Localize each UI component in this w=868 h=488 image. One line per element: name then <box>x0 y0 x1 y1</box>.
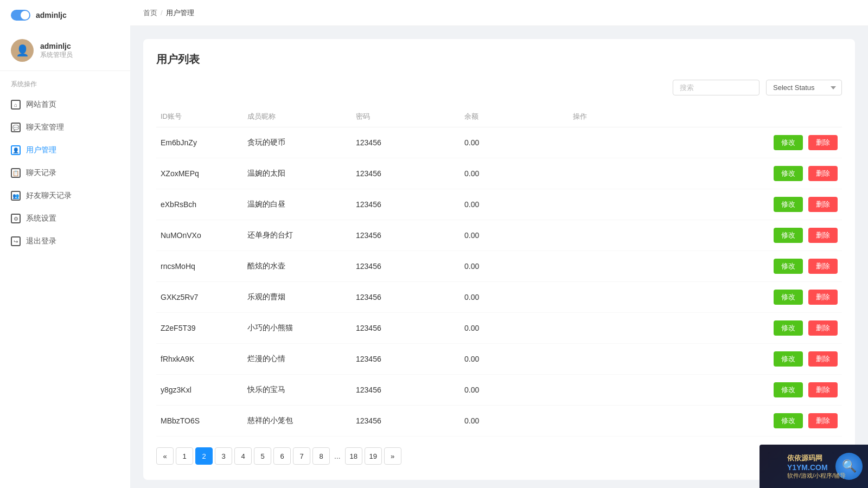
delete-button[interactable]: 删除 <box>808 135 838 150</box>
sidebar-header: adminljc <box>0 0 130 30</box>
edit-button[interactable]: 修改 <box>774 351 803 367</box>
pagination-page-8[interactable]: 8 <box>312 447 330 465</box>
pagination-page-5[interactable]: 5 <box>254 447 271 465</box>
search-input[interactable] <box>673 80 760 95</box>
content-area: 用户列表 Select Status 启用 禁用 ID账号 成员昵称 密码 <box>130 26 868 488</box>
cell-id: y8gz3Kxl <box>156 375 243 406</box>
nav-chat-log[interactable]: 📋 聊天记录 <box>0 162 130 184</box>
cell-id: XZoxMEPq <box>156 158 243 189</box>
cell-pwd: 123456 <box>352 189 460 220</box>
gear-icon: ⚙ <box>11 214 21 223</box>
edit-button[interactable]: 修改 <box>774 135 803 150</box>
nav-friend-log[interactable]: 👥 好友聊天记录 <box>0 184 130 207</box>
sidebar-admin-title: adminljc <box>36 11 67 20</box>
cell-name: 小巧的小熊猫 <box>243 313 352 344</box>
nav-chat-admin[interactable]: 💬 聊天室管理 <box>0 116 130 139</box>
cell-pwd: 123456 <box>352 344 460 375</box>
nav-user-admin[interactable]: 👤 用户管理 <box>0 139 130 162</box>
breadcrumb-sep1: / <box>161 9 163 17</box>
breadcrumb-home[interactable]: 首页 <box>143 8 157 18</box>
cell-name: 还单身的台灯 <box>243 220 352 251</box>
nav-label-chat-log: 聊天记录 <box>26 168 56 178</box>
col-header-action: 操作 <box>569 106 842 127</box>
delete-button[interactable]: 删除 <box>808 228 838 243</box>
cell-action: 修改 删除 <box>569 282 842 313</box>
pagination-page-2[interactable]: 2 <box>195 447 213 465</box>
pagination-page-4[interactable]: 4 <box>234 447 252 465</box>
cell-id: MBbzTO6S <box>156 406 243 436</box>
nav-label-website: 网站首页 <box>26 100 56 110</box>
nav-settings[interactable]: ⚙ 系统设置 <box>0 207 130 230</box>
pagination-page-19[interactable]: 19 <box>365 447 382 465</box>
nav-website[interactable]: ⌂ 网站首页 <box>0 93 130 116</box>
toggle-switch[interactable] <box>11 10 30 21</box>
delete-button[interactable]: 删除 <box>808 382 838 397</box>
cell-id: Z2eF5T39 <box>156 313 243 344</box>
table-row: Z2eF5T39 小巧的小熊猫 123456 0.00 修改 删除 <box>156 313 842 344</box>
cell-balance: 0.00 <box>460 282 569 313</box>
edit-button[interactable]: 修改 <box>774 259 803 274</box>
cell-name: 快乐的宝马 <box>243 375 352 406</box>
cell-name: 烂漫的心情 <box>243 344 352 375</box>
edit-button[interactable]: 修改 <box>774 320 803 336</box>
edit-button[interactable]: 修改 <box>774 413 803 428</box>
edit-button[interactable]: 修改 <box>774 197 803 212</box>
table-row: MBbzTO6S 慈祥的小笼包 123456 0.00 修改 删除 <box>156 406 842 436</box>
cell-balance: 0.00 <box>460 251 569 282</box>
delete-button[interactable]: 删除 <box>808 197 838 212</box>
cell-pwd: 123456 <box>352 220 460 251</box>
table-row: y8gz3Kxl 快乐的宝马 123456 0.00 修改 删除 <box>156 375 842 406</box>
cell-name: 贪玩的硬币 <box>243 127 352 158</box>
cell-id: rncsMoHq <box>156 251 243 282</box>
pagination-next[interactable]: » <box>384 447 401 465</box>
table-row: rncsMoHq 酷炫的水壶 123456 0.00 修改 删除 <box>156 251 842 282</box>
pagination-dots: ... <box>332 452 343 460</box>
edit-button[interactable]: 修改 <box>774 382 803 397</box>
cell-name: 温婉的太阳 <box>243 158 352 189</box>
cell-balance: 0.00 <box>460 220 569 251</box>
table-row: XZoxMEPq 温婉的太阳 123456 0.00 修改 删除 <box>156 158 842 189</box>
cell-action: 修改 删除 <box>569 375 842 406</box>
table-row: Em6bJnZy 贪玩的硬币 123456 0.00 修改 删除 <box>156 127 842 158</box>
pagination-page-3[interactable]: 3 <box>215 447 232 465</box>
delete-button[interactable]: 删除 <box>808 166 838 181</box>
cell-name: 酷炫的水壶 <box>243 251 352 282</box>
toolbar: Select Status 启用 禁用 <box>156 80 842 95</box>
table-row: fRhxkA9K 烂漫的心情 123456 0.00 修改 删除 <box>156 344 842 375</box>
watermark: 依依源码网 Y1YM.COM 软件/游戏/小程序/辅导 🔍 <box>760 445 868 488</box>
nav-label-logout: 退出登录 <box>26 236 56 246</box>
status-select[interactable]: Select Status 启用 禁用 <box>766 80 842 95</box>
edit-button[interactable]: 修改 <box>774 166 803 181</box>
delete-button[interactable]: 删除 <box>808 320 838 336</box>
pagination-page-18[interactable]: 18 <box>345 447 362 465</box>
delete-button[interactable]: 删除 <box>808 259 838 274</box>
delete-button[interactable]: 删除 <box>808 290 838 305</box>
pagination-page-1[interactable]: 1 <box>176 447 193 465</box>
topbar: 首页 / 用户管理 <box>130 0 868 26</box>
admin-info: 👤 adminljc 系统管理员 <box>0 30 130 71</box>
log-icon: 📋 <box>11 168 21 178</box>
cell-action: 修改 删除 <box>569 344 842 375</box>
pagination-prev[interactable]: « <box>156 447 174 465</box>
cell-id: eXbRsBch <box>156 189 243 220</box>
edit-button[interactable]: 修改 <box>774 228 803 243</box>
nav-logout[interactable]: ↪ 退出登录 <box>0 230 130 253</box>
cell-pwd: 123456 <box>352 375 460 406</box>
delete-button[interactable]: 删除 <box>808 351 838 367</box>
watermark-domain: Y1YM.COM <box>787 463 828 472</box>
page-title: 用户列表 <box>156 52 842 67</box>
table-row: eXbRsBch 温婉的白昼 123456 0.00 修改 删除 <box>156 189 842 220</box>
home-icon: ⌂ <box>11 100 21 110</box>
pagination-page-7[interactable]: 7 <box>293 447 310 465</box>
cell-name: 乐观的曹烟 <box>243 282 352 313</box>
cell-pwd: 123456 <box>352 158 460 189</box>
pagination-page-6[interactable]: 6 <box>273 447 291 465</box>
edit-button[interactable]: 修改 <box>774 290 803 305</box>
cell-pwd: 123456 <box>352 282 460 313</box>
delete-button[interactable]: 删除 <box>808 413 838 428</box>
col-header-id: ID账号 <box>156 106 243 127</box>
col-header-pwd: 密码 <box>352 106 460 127</box>
cell-balance: 0.00 <box>460 313 569 344</box>
friend-icon: 👥 <box>11 191 21 201</box>
watermark-sub: 软件/游戏/小程序/辅导 <box>787 472 846 480</box>
